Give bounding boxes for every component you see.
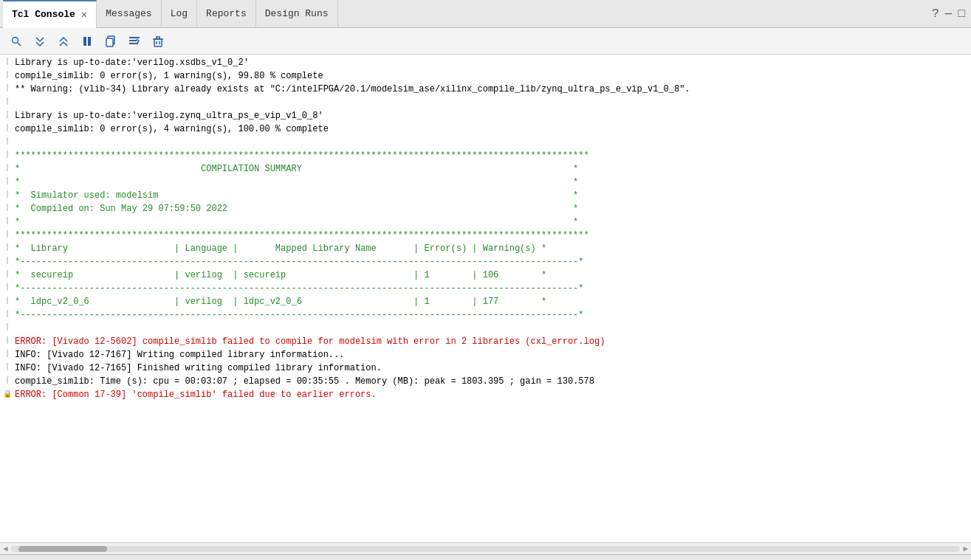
svg-rect-7 xyxy=(129,40,137,41)
console-line: |* ldpc_v2_0_6 | verilog | ldpc_v2_0_6 |… xyxy=(0,297,971,310)
line-text: * * xyxy=(15,177,971,187)
console-line: |compile_simlib: Time (s): cpu = 00:03:0… xyxy=(0,376,971,390)
tab-reports-label: Reports xyxy=(206,8,247,19)
scroll-right-arrow[interactable]: ▶ xyxy=(963,544,968,553)
line-gutter: | xyxy=(3,297,12,305)
line-text: * ldpc_v2_0_6 | verilog | ldpc_v2_0_6 | … xyxy=(15,297,971,307)
line-gutter: | xyxy=(3,164,12,172)
line-text: *---------------------------------------… xyxy=(15,310,971,320)
maximize-icon[interactable]: □ xyxy=(958,7,965,21)
search-icon xyxy=(10,35,22,47)
console-line: |* * xyxy=(0,217,971,230)
console-line: 🔒ERROR: [Common 17-39] 'compile_simlib' … xyxy=(0,390,971,403)
help-icon[interactable]: ? xyxy=(932,7,939,21)
svg-rect-2 xyxy=(83,37,86,46)
expand-all-icon xyxy=(58,35,69,47)
tab-tcl-console-close[interactable]: ✕ xyxy=(81,8,87,21)
console-line: |*--------------------------------------… xyxy=(0,283,971,297)
clear-button[interactable] xyxy=(148,32,168,51)
line-gutter: | xyxy=(3,190,12,198)
console-line: | xyxy=(0,137,971,151)
console-line: |Library is up-to-date:'verilog.xsdbs_v1… xyxy=(0,58,971,71)
scrollbar-thumb[interactable] xyxy=(18,546,107,552)
console-line: |* COMPILATION SUMMARY * xyxy=(0,164,971,177)
console-line: |compile_simlib: 0 error(s), 1 warning(s… xyxy=(0,71,971,84)
line-gutter: | xyxy=(3,151,12,159)
line-gutter: | xyxy=(3,376,12,384)
console-line: |***************************************… xyxy=(0,151,971,164)
line-gutter: | xyxy=(3,71,12,79)
line-gutter: | xyxy=(3,323,12,331)
wrap-button[interactable] xyxy=(124,32,145,51)
tab-messages[interactable]: Messages xyxy=(97,0,161,28)
console-line: |INFO: [Vivado 12-7167] Writing compiled… xyxy=(0,350,971,363)
minimize-icon[interactable]: — xyxy=(945,7,953,21)
line-text: compile_simlib: 0 error(s), 4 warning(s)… xyxy=(15,124,971,134)
tab-log-label: Log xyxy=(171,8,188,19)
copy-button[interactable] xyxy=(100,32,121,51)
line-text: * secureip | verilog | secureip | 1 | 10… xyxy=(15,270,971,280)
line-text: ****************************************… xyxy=(15,230,971,241)
console-line: |* Compiled on: Sun May 29 07:59:50 2022… xyxy=(0,204,971,217)
line-gutter: | xyxy=(3,97,12,106)
line-text: ERROR: [Common 17-39] 'compile_simlib' f… xyxy=(15,390,971,400)
line-text: compile_simlib: Time (s): cpu = 00:03:07… xyxy=(15,376,971,387)
tab-log[interactable]: Log xyxy=(162,0,197,28)
console-line: |***************************************… xyxy=(0,230,971,243)
line-text: * Compiled on: Sun May 29 07:59:50 2022 … xyxy=(15,204,971,214)
line-text: Library is up-to-date:'verilog.xsdbs_v1_… xyxy=(15,58,971,68)
copy-icon xyxy=(105,35,117,47)
line-text: ** Warning: (vlib-34) Library already ex… xyxy=(15,84,971,94)
line-gutter: 🔒 xyxy=(3,390,12,398)
svg-point-0 xyxy=(13,37,18,43)
line-gutter: | xyxy=(3,283,12,291)
tab-tcl-console[interactable]: Tcl Console ✕ xyxy=(3,0,97,28)
console-line: |* * xyxy=(0,177,971,190)
tab-design-runs[interactable]: Design Runs xyxy=(256,0,338,28)
console-line: |** Warning: (vlib-34) Library already e… xyxy=(0,84,971,97)
scrollbar-track[interactable] xyxy=(11,546,961,552)
line-text: * COMPILATION SUMMARY * xyxy=(15,164,971,174)
console-output[interactable]: |Library is up-to-date:'verilog.xsdbs_v1… xyxy=(0,55,971,542)
line-gutter: | xyxy=(3,111,12,119)
line-gutter: | xyxy=(3,363,12,371)
line-gutter: | xyxy=(3,270,12,278)
tab-reports[interactable]: Reports xyxy=(197,0,256,28)
console-line: |*--------------------------------------… xyxy=(0,257,971,270)
wrap-icon xyxy=(128,35,140,47)
line-gutter: | xyxy=(3,230,12,238)
tab-design-runs-label: Design Runs xyxy=(265,8,329,19)
console-line: |* Library | Language | Mapped Library N… xyxy=(0,243,971,257)
pause-button[interactable] xyxy=(77,32,97,51)
pause-icon xyxy=(81,35,93,47)
console-line: |* secureip | verilog | secureip | 1 | 1… xyxy=(0,270,971,283)
console-line: | xyxy=(0,97,971,111)
line-gutter: | xyxy=(3,243,12,252)
console-line: |*--------------------------------------… xyxy=(0,310,971,323)
line-text: compile_simlib: 0 error(s), 1 warning(s)… xyxy=(15,71,971,81)
svg-rect-9 xyxy=(154,39,162,46)
line-gutter: | xyxy=(3,137,12,145)
line-gutter: | xyxy=(3,58,12,66)
svg-line-1 xyxy=(18,43,21,46)
horizontal-scrollbar[interactable]: ◀ ▶ xyxy=(0,542,971,554)
tab-messages-label: Messages xyxy=(106,8,151,19)
line-text: * Library | Language | Mapped Library Na… xyxy=(15,243,971,254)
line-text: ****************************************… xyxy=(15,151,971,161)
scroll-left-arrow[interactable]: ◀ xyxy=(3,544,8,553)
clear-icon xyxy=(152,35,164,47)
line-gutter: | xyxy=(3,84,12,92)
console-line: |compile_simlib: 0 error(s), 4 warning(s… xyxy=(0,124,971,137)
console-line: |ERROR: [Vivado 12-5602] compile_simlib … xyxy=(0,336,971,350)
line-gutter: | xyxy=(3,257,12,265)
line-gutter: | xyxy=(3,336,12,345)
line-gutter: | xyxy=(3,217,12,225)
collapse-all-icon xyxy=(34,35,46,47)
tab-right-icons: ? — □ xyxy=(932,7,971,21)
svg-rect-6 xyxy=(129,37,140,38)
expand-all-button[interactable] xyxy=(53,32,74,51)
collapse-all-button[interactable] xyxy=(30,32,50,51)
svg-rect-5 xyxy=(106,38,113,46)
search-button[interactable] xyxy=(6,32,27,51)
line-gutter: | xyxy=(3,177,12,185)
